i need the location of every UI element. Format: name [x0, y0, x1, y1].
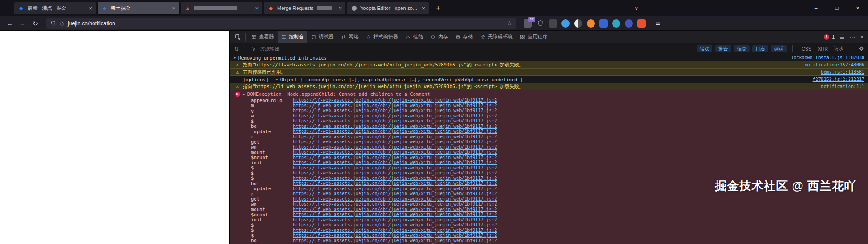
stack-source-link[interactable]: https://lf-web-assets.juejin.cn/obj/juej… [293, 207, 497, 212]
extension-icon-8[interactable] [612, 19, 620, 28]
dock-side-icon[interactable] [839, 34, 845, 40]
expand-arrow-icon[interactable]: ▶ [276, 77, 278, 81]
bird-extension-icon[interactable] [561, 19, 570, 28]
stack-source-link[interactable]: https://lf-web-assets.juejin.cn/obj/juej… [293, 222, 497, 227]
devtools-tab-accessibility[interactable]: 无障碍环境 [476, 31, 516, 43]
stack-source-link[interactable]: https://lf-web-assets.juejin.cn/obj/juej… [293, 113, 497, 118]
filter-category-button[interactable]: XHR [816, 45, 830, 52]
devtools-tab-debugger[interactable]: 调试器 [307, 31, 337, 43]
bookmark-star-icon[interactable]: ☆ [507, 20, 512, 27]
stack-source-link[interactable]: https://lf-web-assets.juejin.cn/obj/juej… [293, 160, 497, 165]
stack-source-link[interactable]: https://lf-web-assets.juejin.cn/obj/juej… [293, 165, 497, 170]
reload-button[interactable]: ↻ [29, 18, 42, 29]
filter-level-chip[interactable]: 信息 [734, 45, 750, 52]
stack-source-link[interactable]: https://lf-web-assets.juejin.cn/obj/juej… [293, 155, 497, 160]
devtools-tab-performance[interactable]: 性能 [402, 31, 427, 43]
tab-close-icon[interactable]: × [421, 5, 425, 12]
devtools-tab-network[interactable]: 网络 [337, 31, 362, 43]
browser-tab-3[interactable]: ▲ × [181, 2, 262, 14]
filter-category-button[interactable]: CSS [800, 45, 813, 52]
stack-source-link[interactable]: https://lf-web-assets.juejin.cn/obj/juej… [293, 181, 497, 186]
element-picker-icon[interactable] [232, 31, 244, 43]
stack-source-link[interactable]: https://lf-web-assets.juejin.cn/obj/juej… [293, 98, 497, 103]
back-button[interactable]: ← [4, 18, 16, 29]
devtools-tab-application[interactable]: 应用程序 [516, 31, 551, 43]
stack-source-link[interactable]: https://lf-web-assets.juejin.cn/obj/juej… [293, 217, 497, 222]
filter-level-chip[interactable]: 调试 [771, 45, 787, 52]
extension-icon-9[interactable] [625, 19, 633, 28]
object-preview[interactable]: Object { commonOptions: {…}, captchaOpti… [280, 77, 523, 82]
browser-tab-2[interactable]: ◆ 稀土掘金 × [98, 2, 179, 14]
extension-icon-3[interactable] [549, 19, 557, 28]
tab-close-icon[interactable]: × [172, 5, 175, 12]
filter-category-button[interactable]: 请求 [832, 45, 845, 53]
browser-tab-4[interactable]: ◆ Merge Requests × [264, 2, 345, 14]
stack-source-link[interactable]: https://lf-web-assets.juejin.cn/obj/juej… [293, 145, 497, 150]
url-bar[interactable]: juejin.cn/notification ☆ [46, 18, 516, 29]
stack-source-link[interactable]: https://lf-web-assets.juejin.cn/obj/juej… [293, 228, 497, 233]
list-all-tabs-chevron-icon[interactable]: ∨ [631, 3, 642, 14]
filter-level-chip[interactable]: 警告 [715, 45, 731, 52]
stack-source-link[interactable]: https://lf-web-assets.juejin.cn/obj/juej… [293, 202, 497, 206]
browser-tab-1[interactable]: ◆ 最新 - 沸点 - 掘金 × [14, 2, 96, 14]
devtools-tab-storage[interactable]: 存储 [452, 31, 476, 43]
devtools-menu-icon[interactable]: ⋯ [849, 33, 855, 40]
devtools-tab-style-editor[interactable]: {} 样式编辑器 [362, 31, 402, 43]
console-filter-input[interactable] [260, 46, 359, 52]
app-menu-button[interactable]: ≡ [652, 18, 664, 29]
stack-source-link[interactable]: https://lf-web-assets.juejin.cn/obj/juej… [293, 186, 497, 191]
lock-icon[interactable] [59, 21, 65, 26]
bitwarden-extension-icon[interactable] [599, 19, 608, 28]
stack-source-link[interactable]: https://lf-web-assets.juejin.cn/obj/juej… [293, 129, 497, 134]
adguard-shield-icon[interactable] [536, 19, 544, 28]
source-link[interactable]: notification:1:1 [821, 84, 868, 89]
stack-source-link[interactable]: https://lf-web-assets.juejin.cn/obj/juej… [293, 233, 497, 238]
darkreader-extension-icon[interactable] [574, 19, 582, 28]
clear-console-trash-icon[interactable] [234, 46, 240, 52]
stack-source-link[interactable]: https://lf-web-assets.juejin.cn/obj/juej… [293, 191, 497, 196]
stack-source-link[interactable]: https://lf-web-assets.juejin.cn/obj/juej… [293, 150, 497, 155]
source-link[interactable]: notification:157:43006 [805, 62, 868, 67]
extension-icon-1[interactable]: 12 [524, 19, 532, 28]
script-url-link[interactable]: https://lf-web-assets.juejin.cn/obj/juej… [255, 62, 463, 67]
tab-close-icon[interactable]: × [338, 5, 342, 12]
tracking-protection-shield-icon[interactable] [50, 20, 56, 26]
stack-source-link[interactable]: https://lf-web-assets.juejin.cn/obj/juej… [293, 124, 497, 129]
tab-close-icon[interactable]: × [255, 5, 259, 12]
stack-source-link[interactable]: https://lf-web-assets.juejin.cn/obj/juej… [293, 139, 497, 144]
filter-level-chip[interactable]: 错误 [697, 45, 712, 52]
filter-level-chip[interactable]: 日志 [752, 45, 768, 52]
stack-source-link[interactable]: https://lf-web-assets.juejin.cn/obj/juej… [293, 103, 497, 108]
browser-tab-5[interactable]: Yoopta-Editor - open-source × [347, 2, 429, 14]
extension-icon-6[interactable] [587, 19, 595, 28]
stack-source-link[interactable]: https://lf-web-assets.juejin.cn/obj/juej… [293, 197, 497, 202]
window-close-button[interactable]: × [847, 0, 868, 16]
expand-arrow-icon[interactable]: ▶ [243, 92, 245, 96]
stack-source-link[interactable]: https://lf-web-assets.juejin.cn/obj/juej… [293, 212, 497, 217]
stack-source-link[interactable]: https://lf-web-assets.juejin.cn/obj/juej… [293, 238, 497, 243]
devtools-tab-console[interactable]: 控制台 [278, 31, 307, 43]
script-url-link[interactable]: https://lf-web-assets.juejin.cn/obj/juej… [255, 84, 463, 89]
error-count-icon[interactable]: ! [824, 34, 829, 40]
maximize-button[interactable]: □ [826, 0, 847, 16]
stack-source-link[interactable]: https://lf-web-assets.juejin.cn/obj/juej… [293, 134, 497, 139]
source-link[interactable]: f278152.js:2:212217 [813, 77, 868, 82]
source-link[interactable]: bdms.js:1:113581 [821, 70, 868, 75]
tab-close-icon[interactable]: × [89, 5, 92, 12]
devtools-tab-inspector[interactable]: 查看器 [248, 31, 278, 43]
minimize-button[interactable]: – [806, 0, 826, 16]
url-text[interactable]: juejin.cn/notification [68, 20, 115, 27]
stack-source-link[interactable]: https://lf-web-assets.juejin.cn/obj/juej… [293, 176, 497, 181]
new-tab-button[interactable]: + [432, 2, 444, 14]
devtools-tab-memory[interactable]: 内存 [427, 31, 452, 43]
source-link[interactable]: lockdown-install.js:1:87038 [791, 55, 868, 60]
extension-icon-10[interactable] [637, 19, 646, 28]
stack-source-link[interactable]: https://lf-web-assets.juejin.cn/obj/juej… [293, 170, 497, 175]
devtools-close-icon[interactable]: × [860, 33, 863, 40]
stack-source-link[interactable]: https://lf-web-assets.juejin.cn/obj/juej… [293, 108, 497, 113]
forward-button[interactable]: → [16, 18, 29, 29]
expand-arrow-icon[interactable]: ▶ [234, 56, 236, 60]
stack-source-link[interactable]: https://lf-web-assets.juejin.cn/obj/juej… [293, 118, 497, 123]
error-count[interactable]: 1 [832, 34, 835, 40]
console-settings-gear-icon[interactable] [859, 46, 864, 52]
